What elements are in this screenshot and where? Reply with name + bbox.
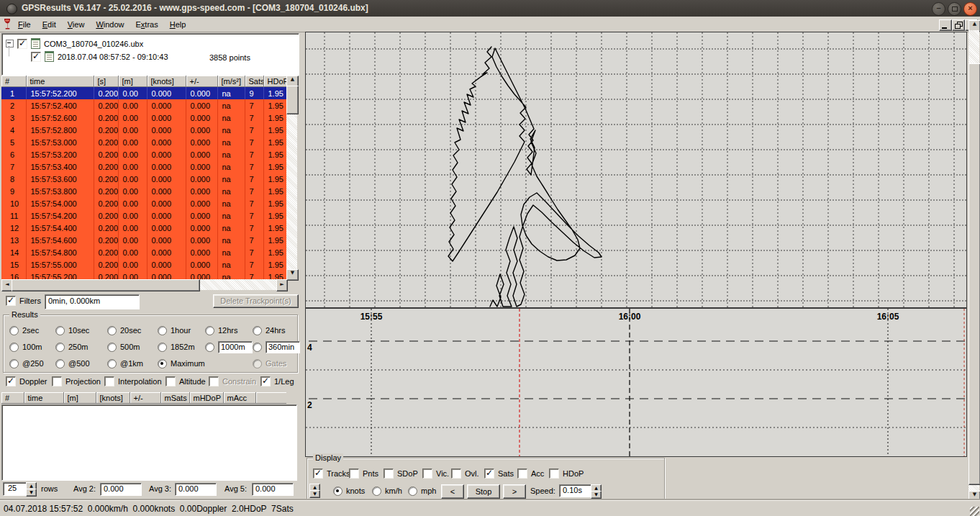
speed-time-graph[interactable]: 15:5516:0016:0542 [305,308,967,457]
column-header[interactable]: [knots] [147,76,186,87]
checkbox-acc-box[interactable] [517,469,527,479]
mdi-restore-button[interactable] [952,19,965,31]
speed-spinner-value[interactable]: 0.10s [559,484,594,497]
resize-grip[interactable] [970,507,979,516]
avg2-input[interactable]: 0.000 [100,483,142,496]
checkbox-doppler-box[interactable] [6,376,16,386]
radio-2sec[interactable]: 2sec [9,325,39,335]
checkbox-altitude[interactable]: Altitude [165,376,206,386]
table-row[interactable]: 1415:57:54.8000.2000.000.0000.000na71.95 [1,246,286,258]
checkbox-ovl-[interactable]: Ovl. [451,469,479,479]
checkbox-projection-box[interactable] [52,376,62,386]
table-row[interactable]: 1015:57:54.0000.2000.000.0000.000na71.95 [1,197,286,209]
checkbox-sdop-box[interactable] [384,469,394,479]
checkbox-vic--box[interactable] [422,469,432,479]
table-row[interactable]: 415:57:52.8000.2000.000.0000.000na71.95 [1,124,286,136]
column-header[interactable]: Sats [245,76,263,87]
checkbox-1-leg[interactable]: 1/Leg [260,376,294,386]
table-row[interactable]: 615:57:53.2000.2000.000.0000.000na71.95 [1,148,286,160]
column-header[interactable]: mAcc [223,392,255,404]
checkbox-interpolation-box[interactable] [104,376,114,386]
table-row[interactable]: 1115:57:54.2000.2000.000.0000.000na71.95 [1,209,286,222]
radio--1km-box[interactable] [107,359,117,368]
input-360min[interactable]: 360min [266,341,300,353]
checkbox-pnts[interactable]: Pnts [349,469,378,479]
column-header[interactable]: [m] [63,392,96,404]
radio-2sec-box[interactable] [9,326,19,335]
radio-500m-box[interactable] [107,343,117,352]
checkbox-tracks[interactable]: Tracks [313,469,350,479]
column-header[interactable]: [m/s²] [217,76,245,87]
checkbox-altitude-box[interactable] [165,376,176,386]
avg3-input[interactable]: 0.000 [175,483,217,496]
app-icon[interactable] [6,4,17,14]
column-header[interactable]: # [1,392,24,404]
table-row[interactable]: 515:57:53.0000.2000.000.0000.000na71.95 [1,136,286,148]
radio-10sec[interactable]: 10sec [55,325,89,335]
step-back-button[interactable]: < [441,484,464,499]
radio-20sec[interactable]: 20sec [107,325,141,335]
radio--250-box[interactable] [9,359,19,368]
tree-child-label[interactable]: 2018.07.04 08:57:52 - 09:10:43 [58,53,168,61]
gps-track-map[interactable] [305,32,967,308]
radio-360min-box[interactable] [253,343,262,352]
horizontal-scrollbar-thumb[interactable] [12,279,200,291]
rows-spinner-value[interactable]: 25 [3,482,29,496]
radio-maximum-box[interactable] [158,359,167,368]
avg5-input[interactable]: 0.000 [252,483,294,496]
main-vertical-scrollbar-thumb[interactable] [968,63,980,485]
tree-child-item[interactable]: 2018.07.04 08:57:52 - 09:10:43 [31,51,168,62]
radio-250m-box[interactable] [55,343,65,352]
radio--250[interactable]: @250 [9,358,44,368]
checkbox-acc[interactable]: Acc [517,469,544,479]
radio-20sec-box[interactable] [107,326,117,335]
radio-100m-box[interactable] [9,343,19,352]
radio--500[interactable]: @500 [55,358,90,368]
checkbox-ovl--box[interactable] [451,469,461,479]
column-header[interactable]: HDoP [263,76,286,87]
maximize-button[interactable] [948,2,961,16]
radio-km-h-box[interactable] [372,486,381,496]
radio-12hrs[interactable]: 12hrs [205,325,238,335]
radio-km-h[interactable]: km/h [372,486,402,496]
column-header[interactable]: mHDoP [189,392,223,404]
graph-scale-down[interactable]: ▼ [309,490,320,498]
table-row[interactable]: 1515:57:55.0000.2000.000.0000.000na71.95 [1,258,286,271]
radio-knots[interactable]: knots [333,486,365,496]
scroll-down-button[interactable]: ▼ [286,269,299,281]
table-row[interactable]: 215:57:52.4000.2000.000.0000.000na71.95 [1,99,286,112]
titlebar[interactable]: GPSResults V6.147 - 25.02.2016 - www.gps… [0,0,980,17]
checkbox-1-leg-box[interactable] [260,376,271,386]
checkbox-sats[interactable]: Sats [484,469,514,479]
checkbox-constrain[interactable]: Constrain [209,376,256,386]
table-row[interactable]: 1215:57:54.4000.2000.000.0000.000na71.95 [1,222,286,234]
column-header[interactable]: [knots] [96,392,130,404]
checkbox-pnts-box[interactable] [349,469,359,479]
radio--1km[interactable]: @1km [107,358,143,368]
radio-250m[interactable]: 250m [55,342,89,352]
radio-100m[interactable]: 100m [9,342,42,352]
radio-1852m[interactable]: 1852m [158,342,195,352]
column-header[interactable]: time [24,392,63,404]
table-row[interactable]: 715:57:53.4000.2000.000.0000.000na71.95 [1,160,286,173]
minimize-button[interactable]: – [932,2,945,16]
radio-24hrs-box[interactable] [253,326,262,335]
input-1000m[interactable]: 1000m [218,341,253,353]
radio-1hour-box[interactable] [158,326,167,335]
column-header[interactable]: [s] [94,76,118,87]
table-row[interactable]: 915:57:53.8000.2000.000.0000.000na71.95 [1,185,286,197]
filters-input[interactable]: 0min, 0.000km [45,294,140,309]
radio-24hrs[interactable]: 24hrs [253,325,286,335]
collapse-toggle-icon[interactable] [6,40,14,47]
checkbox-sdop[interactable]: SDoP [384,469,418,479]
column-header[interactable]: +/- [130,392,160,404]
radio-gates[interactable]: Gates [253,358,286,368]
column-header[interactable]: # [1,76,26,87]
step-forward-button[interactable]: > [503,484,526,499]
radio-maximum[interactable]: Maximum [158,358,205,368]
tree-child-checkbox[interactable] [31,52,41,62]
radio-gates-box[interactable] [253,359,262,368]
radio-1hour[interactable]: 1hour [158,325,191,335]
radio-1000m-box[interactable] [205,343,214,352]
checkbox-vic-[interactable]: Vic. [422,469,449,479]
